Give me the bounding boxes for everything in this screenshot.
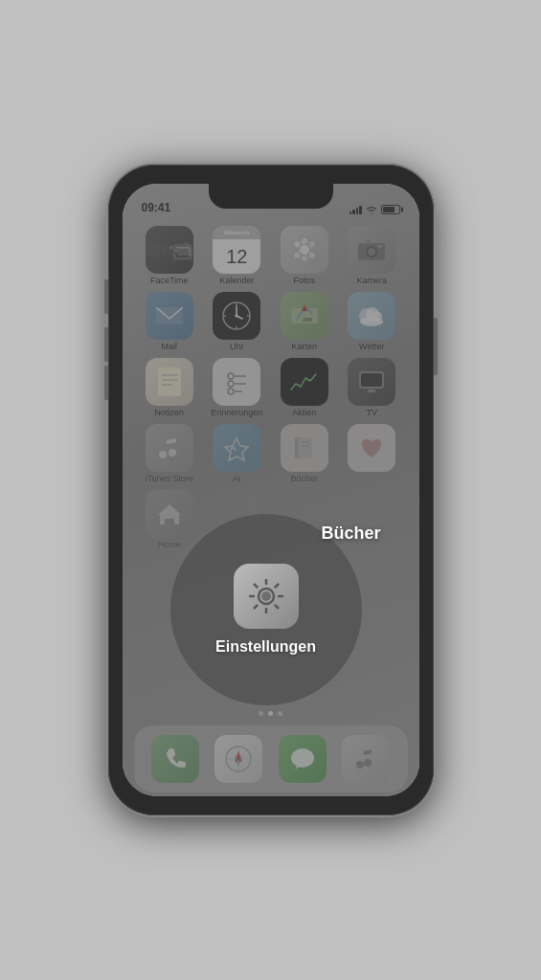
- svg-line-65: [254, 605, 258, 609]
- phone-screen: 09:41: [123, 184, 419, 796]
- popup-container: Bücher: [170, 514, 372, 715]
- einstellungen-popup-label: Einstellungen: [215, 638, 316, 656]
- popup-overlay: Bücher: [123, 184, 419, 796]
- svg-line-64: [274, 584, 278, 588]
- svg-line-63: [274, 605, 278, 609]
- phone-frame: 09:41: [108, 165, 434, 815]
- einstellungen-popup-icon[interactable]: [234, 564, 299, 629]
- svg-point-66: [261, 591, 271, 601]
- screen-content: 09:41: [123, 184, 419, 796]
- svg-line-62: [254, 584, 258, 588]
- buecher-popup-label: Bücher: [321, 523, 380, 544]
- notch: [209, 184, 333, 209]
